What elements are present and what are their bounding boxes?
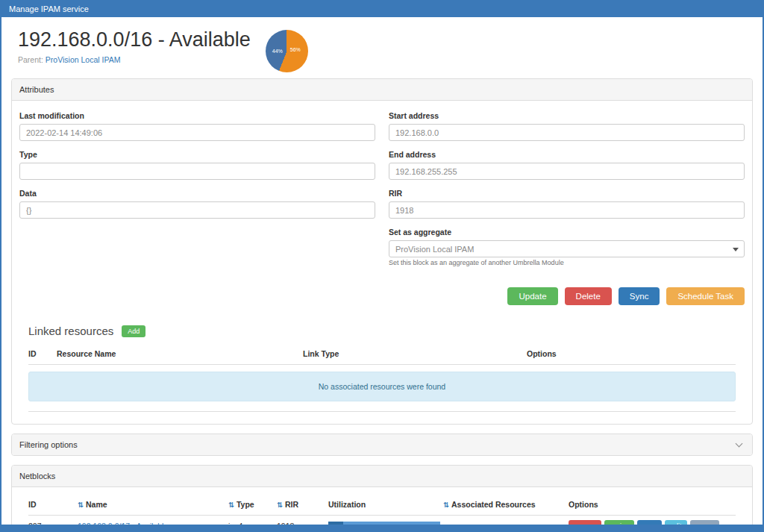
chevron-down-icon <box>736 440 743 448</box>
attributes-panel-body: Last modification Type Data <box>12 101 752 424</box>
overview-text: 192.168.0.0/16 - Available Parent:ProVis… <box>18 28 251 64</box>
netblocks-panel: Netblocks ID ⇅ Name ⇅ <box>11 465 753 525</box>
field-label: Start address <box>389 111 745 120</box>
data-input[interactable] <box>19 201 375 219</box>
column-header-id: ID <box>28 500 78 509</box>
last-modification-input[interactable] <box>19 124 375 141</box>
field-label: End address <box>389 150 745 159</box>
column-header-id: ID <box>28 349 57 358</box>
field-label: Type <box>19 150 375 159</box>
column-header-resource-name: Resource Name <box>57 349 303 358</box>
type-input[interactable] <box>19 163 375 180</box>
field-rir: RIR <box>389 189 745 219</box>
page-title: 192.168.0.0/16 - Available <box>18 28 251 51</box>
field-data: Data <box>19 189 375 219</box>
field-start-address: Start address <box>389 111 745 141</box>
linked-resources-header: Linked resources Add <box>28 325 745 337</box>
attributes-panel: Attributes Last modification Type <box>11 78 753 425</box>
column-header-link-type: Link Type <box>303 349 527 358</box>
linked-resources-table-header: ID Resource Name Link Type Options <box>28 349 736 365</box>
linked-resources-title: Linked resources <box>28 325 113 337</box>
netblocks-panel-title: Netblocks <box>12 466 752 487</box>
field-label: Data <box>19 189 375 198</box>
parent-link[interactable]: ProVision Local IPAM <box>46 55 121 64</box>
attributes-right-column: Start address End address RIR <box>389 111 745 275</box>
update-button[interactable]: Update <box>507 287 557 305</box>
field-end-address: End address <box>389 150 745 180</box>
attributes-left-column: Last modification Type Data <box>19 111 375 228</box>
delete-button[interactable]: Delete <box>565 287 612 305</box>
parent-label: Parent: <box>18 55 43 64</box>
column-header-type[interactable]: ⇅ Type <box>228 500 277 509</box>
pie-slice-label: 44% <box>272 48 283 54</box>
add-linked-resource-button[interactable]: Add <box>122 325 145 337</box>
column-header-name[interactable]: ⇅ Name <box>78 500 228 509</box>
pie-slice-label: 56% <box>290 47 301 52</box>
start-address-input[interactable] <box>389 124 745 141</box>
page-frame: Manage IPAM service 192.168.0.0/16 - Ava… <box>0 0 764 532</box>
app-title: Manage IPAM service <box>9 4 89 13</box>
filtering-options-title: Filtering options <box>19 440 78 449</box>
attributes-panel-title: Attributes <box>12 79 752 101</box>
column-header-utilization: Utilization <box>328 500 443 509</box>
netblocks-table: ID ⇅ Name ⇅ Type ⇅ <box>28 498 736 525</box>
aggregate-select[interactable]: ProVision Local IPAM <box>389 240 745 257</box>
column-header-options: Options <box>527 349 736 358</box>
breadcrumb: Parent:ProVision Local IPAM <box>18 55 251 64</box>
aggregate-help-text: Set this block as an aggregate of anothe… <box>389 259 745 266</box>
rir-input[interactable] <box>389 201 745 219</box>
field-type: Type <box>19 150 375 180</box>
table-row: 207 192.168.0.0/17 - Available ipv4 1918… <box>28 516 736 525</box>
field-label: RIR <box>389 189 745 198</box>
column-header-options: Options <box>569 500 736 509</box>
utilization-label: 13% <box>331 523 343 525</box>
netblocks-panel-body: ID ⇅ Name ⇅ Type ⇅ <box>12 487 752 525</box>
sync-button[interactable]: Sync <box>619 287 660 305</box>
field-label: Last modification <box>19 111 375 120</box>
overview-section: 192.168.0.0/16 - Available Parent:ProVis… <box>1 17 763 78</box>
utilization-bar: 13% <box>328 522 440 525</box>
column-header-associated-resources[interactable]: ⇅ Associated Resources <box>443 500 569 509</box>
field-last-modification: Last modification <box>19 111 375 141</box>
main-area: 192.168.0.0/16 - Available Parent:ProVis… <box>1 17 763 525</box>
linked-resources-table: ID Resource Name Link Type Options No as… <box>28 349 736 412</box>
filtering-options-panel: Filtering options <box>11 434 753 456</box>
utilization-pie-chart: 56% 44% <box>266 30 308 72</box>
filtering-options-toggle[interactable]: Filtering options <box>12 434 752 455</box>
schedule-task-button[interactable]: Schedule Task <box>666 287 745 305</box>
field-label: Set as aggregate <box>389 228 745 237</box>
app-footer <box>1 525 763 531</box>
sort-icon[interactable]: ⇅ <box>443 501 449 509</box>
column-header-rir[interactable]: ⇅ RIR <box>277 500 328 509</box>
app-header: Manage IPAM service <box>1 1 763 17</box>
sort-icon[interactable]: ⇅ <box>78 501 84 509</box>
sort-icon[interactable]: ⇅ <box>228 501 234 509</box>
empty-resources-alert: No associated resources were found <box>28 372 736 401</box>
attributes-actions: Update Delete Sync Schedule Task <box>19 287 745 305</box>
netblocks-table-header: ID ⇅ Name ⇅ Type ⇅ <box>28 498 736 516</box>
end-address-input[interactable] <box>389 163 745 180</box>
sort-icon[interactable]: ⇅ <box>277 501 283 509</box>
field-set-as-aggregate: Set as aggregate ProVision Local IPAM Se… <box>389 228 745 266</box>
